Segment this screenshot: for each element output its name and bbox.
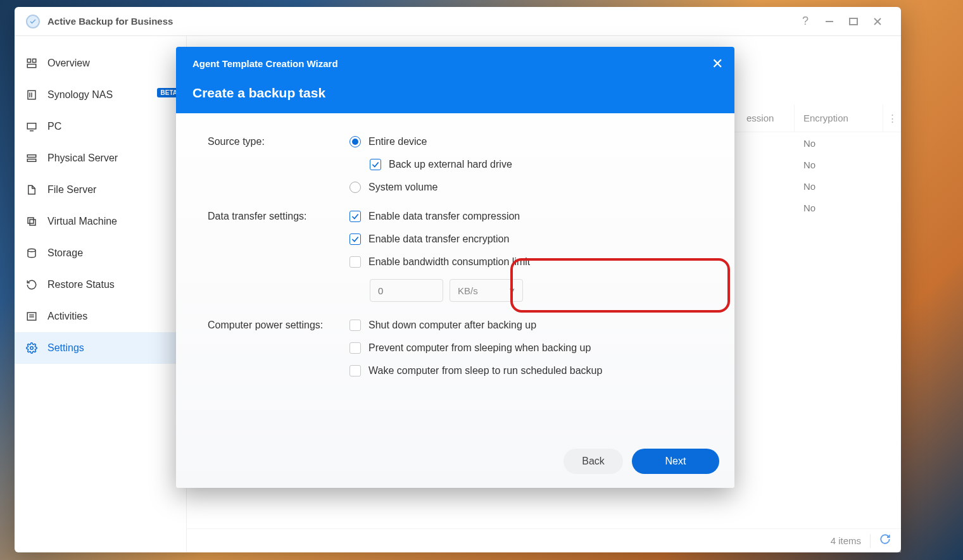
svg-rect-13 <box>27 159 36 162</box>
option-encryption: Enable data transfer encryption <box>368 233 509 245</box>
label-power-settings: Computer power settings: <box>208 320 349 388</box>
sidebar-item-settings[interactable]: Settings <box>15 332 186 364</box>
option-wake: Wake computer from sleep to run schedule… <box>368 365 602 376</box>
activities-icon <box>25 309 39 323</box>
dashboard-icon <box>25 56 39 70</box>
radio-system-volume[interactable] <box>349 182 361 193</box>
column-options-button[interactable]: ⋮ <box>883 104 901 132</box>
separator <box>870 534 871 548</box>
option-compression: Enable data transfer compression <box>368 211 520 222</box>
sidebar-item-label: Synology NAS <box>47 89 113 101</box>
sidebar-item-pc[interactable]: PC <box>15 111 186 142</box>
titlebar: Active Backup for Business ? <box>15 7 901 36</box>
sidebar-item-label: Settings <box>47 342 84 354</box>
back-button[interactable]: Back <box>563 449 623 474</box>
radio-entire-device[interactable] <box>349 136 361 147</box>
checkbox-encryption[interactable] <box>349 233 361 245</box>
sidebar-item-synology-nas[interactable]: Synology NAS BETA <box>15 79 186 111</box>
vm-icon <box>25 215 39 228</box>
svg-rect-1 <box>850 18 857 25</box>
bandwidth-unit-select[interactable]: KB/s ▾ <box>450 279 523 302</box>
modal-body: Source type: Entire device Back up exter… <box>176 113 734 439</box>
label-data-transfer: Data transfer settings: <box>208 211 349 313</box>
svg-rect-15 <box>30 220 35 225</box>
close-window-button[interactable] <box>865 12 890 31</box>
option-prevent-sleep: Prevent computer from sleeping when back… <box>368 342 591 354</box>
svg-rect-14 <box>28 218 34 223</box>
svg-rect-5 <box>33 59 36 62</box>
sidebar-item-label: Restore Status <box>47 279 115 290</box>
modal-close-button[interactable]: ✕ <box>712 56 723 72</box>
restore-icon <box>25 278 39 292</box>
cell-encryption: No <box>795 181 883 192</box>
sidebar-item-storage[interactable]: Storage <box>15 237 186 269</box>
option-shutdown: Shut down computer after backing up <box>368 320 536 331</box>
modal-header: Agent Template Creation Wizard Create a … <box>176 47 734 113</box>
column-compression-partial[interactable]: ession <box>738 104 795 132</box>
option-entire-device: Entire device <box>368 136 427 147</box>
checkbox-shutdown[interactable] <box>349 320 361 331</box>
sidebar-item-label: Storage <box>47 247 83 259</box>
checkbox-prevent-sleep[interactable] <box>349 342 361 354</box>
minimize-button[interactable] <box>817 12 841 31</box>
label-source-type: Source type: <box>208 136 349 204</box>
sidebar-item-virtual-machine[interactable]: Virtual Machine <box>15 206 186 237</box>
svg-point-20 <box>30 347 34 350</box>
cell-encryption: No <box>795 159 883 170</box>
chevron-down-icon: ▾ <box>510 285 515 296</box>
sidebar-item-restore-status[interactable]: Restore Status <box>15 269 186 301</box>
app-icon <box>26 15 40 28</box>
sidebar-item-activities[interactable]: Activities <box>15 301 186 332</box>
sidebar-item-label: File Server <box>47 184 96 196</box>
checkbox-bandwidth[interactable] <box>349 256 361 268</box>
statusbar: 4 items <box>187 528 901 552</box>
sidebar-item-label: PC <box>47 121 61 132</box>
pc-icon <box>25 120 39 134</box>
sidebar: Overview Synology NAS BETA PC Physical S… <box>15 36 187 552</box>
server-icon <box>25 151 39 165</box>
storage-icon <box>25 246 39 260</box>
sidebar-item-label: Virtual Machine <box>47 216 117 227</box>
wizard-modal: Agent Template Creation Wizard Create a … <box>176 47 734 488</box>
option-system-volume: System volume <box>368 182 437 193</box>
svg-rect-6 <box>27 65 36 68</box>
option-backup-external: Back up external hard drive <box>389 159 512 170</box>
modal-heading: Create a backup task <box>192 85 718 101</box>
wizard-title: Agent Template Creation Wizard <box>192 58 718 69</box>
sidebar-item-file-server[interactable]: File Server <box>15 174 186 206</box>
column-encryption[interactable]: Encryption <box>795 104 883 132</box>
bandwidth-value-input[interactable] <box>370 279 443 302</box>
svg-point-16 <box>28 249 35 252</box>
next-button[interactable]: Next <box>632 449 719 474</box>
option-bandwidth: Enable bandwidth consumption limit <box>368 256 530 268</box>
sidebar-item-physical-server[interactable]: Physical Server <box>15 142 186 174</box>
checkbox-wake[interactable] <box>349 365 361 376</box>
nas-icon <box>25 88 39 102</box>
maximize-button[interactable] <box>841 12 865 31</box>
gear-icon <box>25 341 39 355</box>
svg-rect-10 <box>27 123 36 129</box>
app-title: Active Backup for Business <box>47 16 173 27</box>
svg-rect-4 <box>27 59 30 62</box>
checkbox-backup-external[interactable] <box>370 159 381 170</box>
cell-encryption: No <box>795 138 883 149</box>
item-count: 4 items <box>831 535 861 546</box>
sidebar-item-overview[interactable]: Overview <box>15 47 186 79</box>
checkbox-compression[interactable] <box>349 211 361 222</box>
modal-footer: Back Next <box>176 439 734 488</box>
cell-encryption: No <box>795 202 883 213</box>
sidebar-item-label: Overview <box>47 58 90 69</box>
refresh-button[interactable] <box>879 533 891 548</box>
help-button[interactable]: ? <box>793 12 817 31</box>
sidebar-item-label: Physical Server <box>47 152 118 164</box>
file-server-icon <box>25 183 39 197</box>
bandwidth-unit-label: KB/s <box>458 285 478 296</box>
sidebar-item-label: Activities <box>47 311 87 322</box>
svg-rect-12 <box>27 155 36 158</box>
